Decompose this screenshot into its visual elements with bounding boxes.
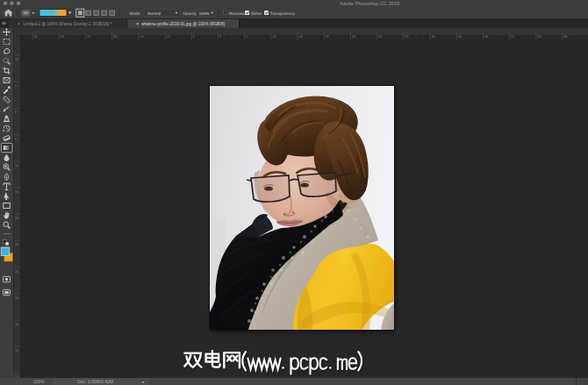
svg-text:30: 30 bbox=[378, 35, 382, 39]
svg-text:Mode:: Mode: bbox=[130, 11, 141, 16]
svg-text:Normal: Normal bbox=[147, 11, 161, 16]
svg-text:5: 5 bbox=[15, 138, 17, 141]
svg-text:25: 25 bbox=[352, 35, 355, 39]
svg-text:50: 50 bbox=[484, 35, 488, 39]
svg-text:45: 45 bbox=[458, 35, 462, 39]
svg-text:15: 15 bbox=[140, 35, 143, 39]
svg-text:100%: 100% bbox=[199, 11, 210, 16]
svg-text:45: 45 bbox=[15, 349, 18, 353]
svg-text:20: 20 bbox=[113, 35, 117, 39]
svg-text:20: 20 bbox=[326, 35, 329, 39]
svg-text:5: 5 bbox=[193, 35, 195, 39]
svg-text:0: 0 bbox=[219, 35, 221, 39]
svg-text:35: 35 bbox=[405, 35, 408, 39]
svg-text:0: 0 bbox=[15, 111, 17, 114]
svg-text:65: 65 bbox=[564, 35, 568, 39]
svg-text:25: 25 bbox=[87, 35, 90, 39]
svg-text:30: 30 bbox=[61, 35, 64, 39]
svg-text:35: 35 bbox=[15, 296, 18, 300]
svg-text:Dither: Dither bbox=[251, 11, 262, 16]
svg-text:30: 30 bbox=[15, 270, 18, 274]
svg-text:Transparency: Transparency bbox=[270, 11, 296, 16]
svg-text:10: 10 bbox=[272, 35, 276, 39]
svg-text:20: 20 bbox=[15, 217, 18, 220]
svg-text:40: 40 bbox=[432, 35, 435, 39]
svg-text:25: 25 bbox=[15, 243, 18, 246]
svg-text:10: 10 bbox=[15, 58, 18, 61]
svg-text:55: 55 bbox=[511, 35, 514, 39]
svg-text:10: 10 bbox=[15, 164, 18, 168]
svg-text:15: 15 bbox=[15, 190, 18, 194]
svg-text:5: 5 bbox=[15, 84, 17, 88]
svg-text:10: 10 bbox=[167, 35, 170, 39]
svg-text:Opacity:: Opacity: bbox=[183, 11, 197, 16]
svg-text:35: 35 bbox=[34, 35, 38, 39]
svg-text:Reverse: Reverse bbox=[229, 11, 245, 16]
svg-text:15: 15 bbox=[299, 35, 303, 39]
svg-text:5: 5 bbox=[246, 35, 247, 39]
svg-text:60: 60 bbox=[537, 35, 541, 39]
svg-text:40: 40 bbox=[15, 323, 18, 326]
